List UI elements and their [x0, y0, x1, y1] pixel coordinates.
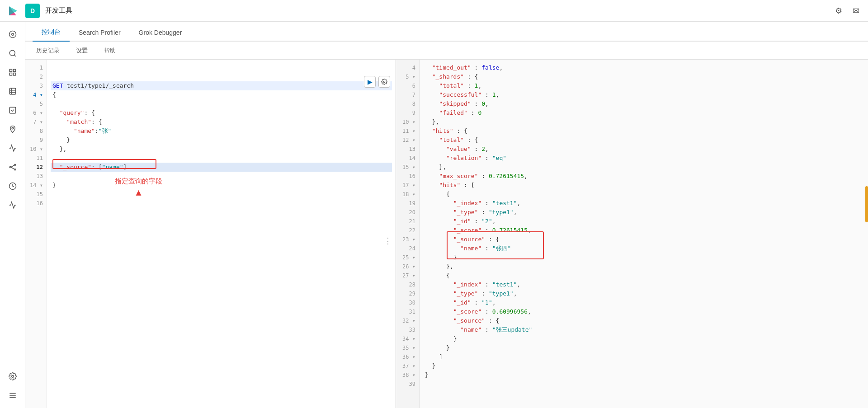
sidebar-item-watcher[interactable]	[4, 177, 22, 195]
run-buttons: ▶	[364, 76, 390, 88]
app-icon: D	[25, 4, 40, 18]
history-btn[interactable]: 历史记录	[33, 45, 63, 56]
tab-grok-debugger[interactable]: Grok Debugger	[130, 24, 191, 42]
annotation: 指定查询的字段 ▲	[115, 177, 162, 197]
svg-point-24	[383, 81, 385, 83]
sidebar	[0, 22, 25, 408]
sidebar-item-dashboard[interactable]	[4, 82, 22, 100]
sidebar-item-canvas[interactable]	[4, 101, 22, 119]
run-button[interactable]: ▶	[364, 76, 376, 88]
svg-point-14	[9, 167, 11, 168]
svg-point-20	[11, 375, 14, 378]
kibana-logo	[7, 5, 20, 17]
svg-point-1	[11, 33, 14, 36]
mail-icon[interactable]: ✉	[851, 6, 861, 16]
sidebar-item-ml[interactable]	[4, 139, 22, 157]
svg-rect-12	[9, 107, 16, 113]
tab-console[interactable]: 控制台	[33, 23, 70, 42]
editor-panel: 1 2 3 4 ▾ 5 6 ▾ 7 ▾ 8 9 10 ▾ 11 12 13 14…	[25, 60, 396, 408]
annotation-text: 指定查询的字段	[115, 177, 162, 186]
response-code: "timed_out" : false, "_shards" : { "tota…	[420, 60, 868, 408]
annotation-arrow: ▲	[136, 188, 141, 197]
svg-point-0	[9, 31, 16, 38]
settings-btn[interactable]: 设置	[72, 45, 91, 56]
sidebar-item-monitoring[interactable]	[4, 196, 22, 214]
svg-rect-8	[9, 88, 16, 94]
svg-point-13	[12, 127, 14, 129]
tab-search-profiler[interactable]: Search Profiler	[70, 24, 130, 42]
sidebar-item-maps[interactable]	[4, 120, 22, 138]
response-panel: 4 5 ▾ 6 7 8 9 10 ▾ 11 ▾ 12 ▾ 13 14 15 ▾ …	[396, 60, 868, 408]
scrollbar-indicator[interactable]	[865, 186, 868, 222]
svg-rect-4	[9, 69, 12, 71]
response-line-numbers: 4 5 ▾ 6 7 8 9 10 ▾ 11 ▾ 12 ▾ 13 14 15 ▾ …	[396, 60, 420, 408]
sidebar-item-management[interactable]	[4, 367, 22, 385]
svg-line-17	[11, 165, 14, 168]
svg-point-15	[14, 164, 15, 165]
help-btn[interactable]: 帮助	[100, 45, 119, 56]
app-title: 开发工具	[45, 6, 72, 15]
svg-point-16	[14, 169, 15, 170]
toolbar: 历史记录 设置 帮助	[25, 42, 868, 60]
svg-rect-5	[13, 69, 15, 71]
sidebar-item-collapse[interactable]	[4, 386, 22, 404]
settings-icon[interactable]: ⚙	[834, 6, 844, 16]
svg-rect-6	[9, 73, 12, 75]
code-editor[interactable]: GET test1/type1/_search { "query": { "ma…	[47, 60, 396, 408]
tabs-bar: 控制台 Search Profiler Grok Debugger	[25, 22, 868, 42]
more-menu[interactable]: ⋮	[384, 236, 392, 245]
sidebar-item-discover[interactable]	[4, 44, 22, 62]
svg-line-3	[14, 55, 15, 56]
svg-line-18	[11, 167, 14, 169]
settings-wrench-button[interactable]	[378, 76, 390, 88]
line-numbers: 1 2 3 4 ▾ 5 6 ▾ 7 ▾ 8 9 10 ▾ 11 12 13 14…	[25, 60, 47, 408]
svg-rect-7	[13, 73, 15, 75]
svg-point-2	[9, 50, 15, 56]
sidebar-item-home[interactable]	[4, 25, 22, 43]
sidebar-item-visualize[interactable]	[4, 63, 22, 81]
sidebar-item-graph[interactable]	[4, 158, 22, 176]
